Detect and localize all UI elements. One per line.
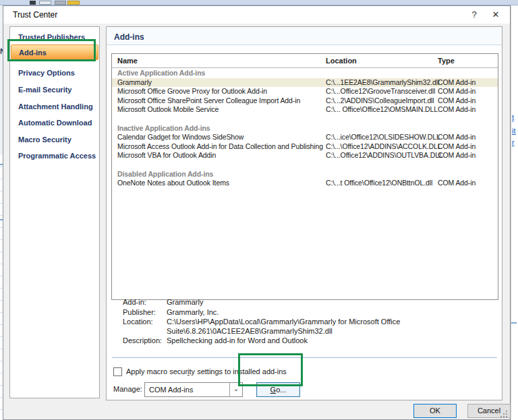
cell-location: C:\...Office12\GrooveTransceiver.dll — [326, 87, 435, 96]
cell-name: Microsoft Office SharePoint Server Colle… — [117, 96, 300, 106]
cell-type: COM Add-in — [438, 133, 476, 142]
background-link[interactable]: t — [512, 113, 514, 121]
cell-type: COM Add-in — [438, 78, 476, 88]
table-row — [112, 115, 498, 124]
table-row[interactable]: Microsoft Outlook Mobile ServiceC:\... O… — [112, 105, 498, 115]
detail-label: Description: — [123, 336, 167, 346]
annotation-addins-highlight — [7, 39, 96, 61]
detail-label: Location: — [123, 318, 167, 336]
detail-row: Publisher:Grammarly, Inc. — [123, 308, 494, 318]
trust-center-dialog: Trust Center ? ✕ Trusted PublishersAdd-i… — [3, 5, 511, 420]
table-row[interactable]: Microsoft Office Groove Proxy for Outloo… — [112, 87, 498, 96]
envelope-icon[interactable] — [67, 1, 80, 5]
sidebar-item-macro-security[interactable]: Macro Security — [11, 132, 98, 148]
toolbar-icon-1[interactable] — [30, 1, 36, 5]
cell-type: COM Add-in — [438, 179, 476, 188]
screen: N titr Trust Center ? ✕ Trusted Publishe… — [0, 0, 518, 420]
main-header: Add-ins — [107, 27, 502, 45]
macro-security-checkbox[interactable] — [113, 367, 122, 376]
main-panel: Add-ins Name Location Type Active Applic… — [106, 26, 502, 400]
table-row[interactable]: OneNote Notes about Outlook ItemsC:\...t… — [112, 179, 498, 188]
background-link[interactable]: it — [512, 127, 516, 135]
cell-type: COM Add-in — [438, 142, 476, 152]
help-button[interactable]: ? — [465, 9, 483, 21]
column-header-location[interactable]: Location — [326, 57, 357, 65]
cell-name: OneNote Notes about Outlook Items — [117, 179, 229, 188]
cell-name: Microsoft Outlook Mobile Service — [117, 105, 219, 115]
page-title: Add-ins — [114, 32, 144, 42]
cell-type: COM Add-in — [438, 151, 476, 160]
cell-name: Calendar Gadget for Windows SideShow — [117, 133, 243, 142]
sidebar-item-automatic-download[interactable]: Automatic Download — [11, 115, 98, 131]
close-button[interactable]: ✕ — [487, 9, 505, 21]
table-row[interactable]: GrammarlyC:\...1EE2AE8\GrammarlyShim32.d… — [112, 78, 498, 88]
table-row — [112, 160, 498, 170]
manage-label: Manage: — [113, 385, 142, 393]
cell-location: C:\...Office12\ADDINS\OUTLVBA.DLL — [326, 151, 443, 160]
addins-table-body: Active Application Add-insGrammarlyC:\..… — [112, 69, 498, 188]
mail-icon[interactable] — [39, 1, 51, 5]
sidebar: Trusted PublishersAdd-insPrivacy Options… — [9, 26, 100, 398]
detail-value: C:\Users\HP\AppData\Local\Grammarly\Gram… — [167, 318, 489, 336]
cell-type: COM Add-in — [438, 105, 476, 115]
table-section-row: Inactive Application Add-ins — [112, 124, 498, 133]
cell-location: C:\...2\ADDINS\ColleagueImport.dll — [326, 96, 434, 106]
manage-combobox[interactable]: COM Add-ins ⌄ — [144, 382, 243, 397]
detail-row: Location:C:\Users\HP\AppData\Local\Gramm… — [123, 318, 494, 336]
cell-type: COM Add-in — [438, 96, 476, 106]
cell-location: C:\...\Office12\ADDINS\ACCOLK.DLL — [326, 142, 442, 152]
cell-name: Active Application Add-ins — [117, 69, 205, 78]
cell-location: C:\... Office\Office12\OMSMAIN.DLL — [326, 105, 438, 115]
background-right-sliver: titr — [511, 5, 518, 420]
sidebar-item-e-mail-security[interactable]: E-mail Security — [11, 82, 98, 98]
cell-name: Inactive Application Add-ins — [117, 124, 210, 133]
detail-row: Description:Spellchecking add-in for Wor… — [123, 336, 494, 346]
toolbar-icon-2[interactable] — [55, 1, 66, 5]
cell-type: COM Add-in — [438, 87, 476, 96]
annotation-go-highlight — [238, 353, 303, 386]
cell-name: Grammarly — [117, 78, 152, 88]
table-header: Name Location Type — [112, 54, 498, 68]
sidebar-item-privacy-options[interactable]: Privacy Options — [11, 65, 98, 81]
dialog-titlebar[interactable]: Trust Center ? ✕ — [3, 6, 510, 24]
cell-name: Microsoft Access Outlook Add-in for Data… — [117, 142, 323, 152]
separator — [112, 357, 497, 358]
detail-value: Grammarly, Inc. — [167, 308, 489, 318]
table-row[interactable]: Microsoft Access Outlook Add-in for Data… — [112, 142, 498, 152]
detail-label: Publisher: — [123, 308, 167, 318]
background-link[interactable]: r — [512, 138, 515, 146]
background-line — [511, 322, 517, 324]
table-section-row: Disabled Application Add-ins — [112, 170, 498, 179]
addins-table: Name Location Type Active Application Ad… — [111, 53, 498, 300]
column-header-type[interactable]: Type — [438, 57, 455, 65]
cell-location: C:\...1EE2AE8\GrammarlyShim32.dll — [326, 78, 439, 88]
detail-value: Spellchecking add-in for Word and Outloo… — [167, 336, 489, 346]
table-section-row: Active Application Add-ins — [112, 69, 498, 78]
column-header-name[interactable]: Name — [117, 57, 138, 65]
addin-details: Add-in:GrammarlyPublisher:Grammarly, Inc… — [123, 298, 494, 347]
sidebar-item-attachment-handling[interactable]: Attachment Handling — [11, 99, 98, 115]
cell-location: C:\...ice\Office12\OLSIDESHOW.DLL — [326, 133, 440, 142]
cell-name: Disabled Application Add-ins — [117, 170, 213, 179]
detail-row: Add-in:Grammarly — [123, 298, 494, 307]
dialog-title: Trust Center — [13, 10, 57, 20]
detail-label: Add-in: — [123, 298, 167, 307]
cell-name: Microsoft VBA for Outlook Addin — [117, 151, 216, 160]
background-toolbar — [0, 0, 518, 5]
manage-combobox-value: COM Add-ins — [149, 386, 193, 394]
sidebar-item-programmatic-access[interactable]: Programmatic Access — [11, 148, 98, 164]
ok-button[interactable]: OK — [413, 404, 457, 418]
table-row[interactable]: Calendar Gadget for Windows SideShowC:\.… — [112, 133, 498, 142]
detail-value: Grammarly — [167, 298, 489, 307]
table-row[interactable]: Microsoft Office SharePoint Server Colle… — [112, 96, 498, 106]
resize-grip[interactable] — [500, 410, 508, 417]
cell-name: Microsoft Office Groove Proxy for Outloo… — [117, 87, 267, 96]
table-row[interactable]: Microsoft VBA for Outlook AddinC:\...Off… — [112, 151, 498, 160]
cell-location: C:\...t Office\Office12\ONBttnOL.dll — [326, 179, 432, 188]
